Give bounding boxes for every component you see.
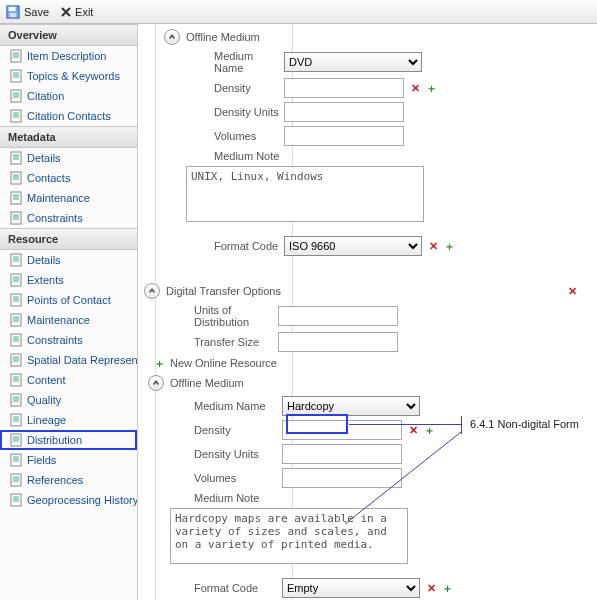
transfer-size-input[interactable] bbox=[278, 332, 398, 352]
svg-rect-1 bbox=[9, 6, 16, 10]
collapse-toggle[interactable] bbox=[164, 29, 180, 45]
sidebar-item-label: Spatial Data Representation bbox=[27, 354, 137, 366]
svg-rect-3 bbox=[11, 50, 21, 62]
sidebar-item-extents[interactable]: Extents bbox=[0, 270, 137, 290]
sidebar-item-citation[interactable]: Citation bbox=[0, 86, 137, 106]
add-icon[interactable]: ＋ bbox=[422, 423, 436, 437]
density-input[interactable] bbox=[284, 78, 404, 98]
medium-name-select-hardcopy[interactable]: Hardcopy bbox=[282, 396, 420, 416]
sidebar-item-distribution[interactable]: Distribution bbox=[0, 430, 137, 450]
volumes-input[interactable] bbox=[282, 468, 402, 488]
collapse-toggle[interactable] bbox=[144, 283, 160, 299]
svg-rect-51 bbox=[11, 334, 21, 346]
sidebar-item-item-description[interactable]: Item Description bbox=[0, 46, 137, 66]
medium-name-select[interactable]: DVD bbox=[284, 52, 422, 72]
collapse-toggle[interactable] bbox=[148, 375, 164, 391]
sidebar-item-label: Topics & Keywords bbox=[27, 70, 120, 82]
svg-rect-83 bbox=[11, 494, 21, 506]
medium-note-textarea[interactable]: UNIX, Linux, Windows bbox=[186, 166, 424, 222]
add-icon[interactable]: ＋ bbox=[152, 356, 166, 370]
svg-rect-55 bbox=[11, 354, 21, 366]
density-units-input[interactable] bbox=[282, 444, 402, 464]
sidebar-item-spatial-data-representation[interactable]: Spatial Data Representation bbox=[0, 350, 137, 370]
sidebar-item-maintenance[interactable]: Maintenance bbox=[0, 310, 137, 330]
sidebar-item-contacts[interactable]: Contacts bbox=[0, 168, 137, 188]
section-offline-medium-1: Offline Medium bbox=[164, 26, 589, 48]
delete-icon[interactable]: ✕ bbox=[426, 239, 440, 253]
save-button[interactable]: Save bbox=[6, 5, 49, 19]
sidebar-item-label: Citation bbox=[27, 90, 64, 102]
sidebar-item-geoprocessing-history[interactable]: Geoprocessing History bbox=[0, 490, 137, 510]
svg-rect-2 bbox=[10, 12, 17, 16]
add-icon[interactable]: ＋ bbox=[440, 581, 454, 595]
sidebar-item-references[interactable]: References bbox=[0, 470, 137, 490]
sidebar-item-details[interactable]: Details bbox=[0, 250, 137, 270]
new-online-resource[interactable]: New Online Resource bbox=[170, 357, 277, 369]
density-input[interactable] bbox=[282, 420, 402, 440]
volumes-input[interactable] bbox=[284, 126, 404, 146]
svg-rect-79 bbox=[11, 474, 21, 486]
sidebar-item-label: Fields bbox=[27, 454, 56, 466]
sidebar-item-content[interactable]: Content bbox=[0, 370, 137, 390]
format-code-select[interactable]: ISO 9660 bbox=[284, 236, 422, 256]
sidebar-section-header[interactable]: Overview bbox=[0, 24, 137, 46]
density-label: Density bbox=[186, 82, 284, 94]
delete-icon[interactable]: ✕ bbox=[424, 581, 438, 595]
sidebar-item-label: References bbox=[27, 474, 83, 486]
medium-note-label: Medium Note bbox=[184, 492, 282, 504]
format-code-select[interactable]: Empty bbox=[282, 578, 420, 598]
disk-icon bbox=[6, 5, 20, 19]
delete-icon[interactable]: ✕ bbox=[408, 81, 422, 95]
sidebar-item-label: Constraints bbox=[27, 334, 83, 346]
sidebar-item-points-of-contact[interactable]: Points of Contact bbox=[0, 290, 137, 310]
sidebar-item-label: Citation Contacts bbox=[27, 110, 111, 122]
svg-rect-11 bbox=[11, 90, 21, 102]
sidebar-item-lineage[interactable]: Lineage bbox=[0, 410, 137, 430]
svg-rect-63 bbox=[11, 394, 21, 406]
transfer-size-label: Transfer Size bbox=[166, 336, 278, 348]
sidebar-section-header[interactable]: Resource bbox=[0, 228, 137, 250]
sidebar-item-label: Extents bbox=[27, 274, 64, 286]
sidebar-item-label: Maintenance bbox=[27, 314, 90, 326]
format-code-label: Format Code bbox=[184, 582, 282, 594]
svg-rect-19 bbox=[11, 152, 21, 164]
toolbar: Save Exit bbox=[0, 0, 597, 24]
svg-rect-75 bbox=[11, 454, 21, 466]
format-code-label: Format Code bbox=[186, 240, 284, 252]
add-icon[interactable]: ＋ bbox=[442, 239, 456, 253]
medium-note-textarea[interactable]: Hardcopy maps are available in a variety… bbox=[170, 508, 408, 564]
sidebar-section-header[interactable]: Metadata bbox=[0, 126, 137, 148]
units-dist-input[interactable] bbox=[278, 306, 398, 326]
delete-icon[interactable]: ✕ bbox=[406, 423, 420, 437]
sidebar-item-label: Maintenance bbox=[27, 192, 90, 204]
svg-rect-47 bbox=[11, 314, 21, 326]
sidebar-item-constraints[interactable]: Constraints bbox=[0, 330, 137, 350]
sidebar-item-label: Contacts bbox=[27, 172, 70, 184]
delete-icon[interactable]: ✕ bbox=[565, 284, 579, 298]
section-offline-medium-2: Offline Medium bbox=[148, 372, 589, 394]
sidebar-item-label: Content bbox=[27, 374, 66, 386]
save-label: Save bbox=[24, 6, 49, 18]
exit-button[interactable]: Exit bbox=[61, 6, 93, 18]
svg-rect-31 bbox=[11, 212, 21, 224]
svg-rect-27 bbox=[11, 192, 21, 204]
sidebar-item-topics-keywords[interactable]: Topics & Keywords bbox=[0, 66, 137, 86]
density-units-label: Density Units bbox=[186, 106, 284, 118]
sidebar-item-constraints[interactable]: Constraints bbox=[0, 208, 137, 228]
sidebar-item-label: Points of Contact bbox=[27, 294, 111, 306]
sidebar-item-label: Constraints bbox=[27, 212, 83, 224]
exit-label: Exit bbox=[75, 6, 93, 18]
sidebar-item-maintenance[interactable]: Maintenance bbox=[0, 188, 137, 208]
sidebar-item-citation-contacts[interactable]: Citation Contacts bbox=[0, 106, 137, 126]
close-icon bbox=[61, 7, 71, 17]
annotation-label: 6.4.1 Non-digital Form bbox=[470, 418, 579, 430]
medium-name-label: Medium Name bbox=[186, 50, 284, 74]
sidebar-item-details[interactable]: Details bbox=[0, 148, 137, 168]
section-title: Offline Medium bbox=[186, 31, 260, 43]
density-units-input[interactable] bbox=[284, 102, 404, 122]
svg-rect-59 bbox=[11, 374, 21, 386]
density-label: Density bbox=[184, 424, 282, 436]
sidebar-item-fields[interactable]: Fields bbox=[0, 450, 137, 470]
add-icon[interactable]: ＋ bbox=[424, 81, 438, 95]
sidebar-item-quality[interactable]: Quality bbox=[0, 390, 137, 410]
